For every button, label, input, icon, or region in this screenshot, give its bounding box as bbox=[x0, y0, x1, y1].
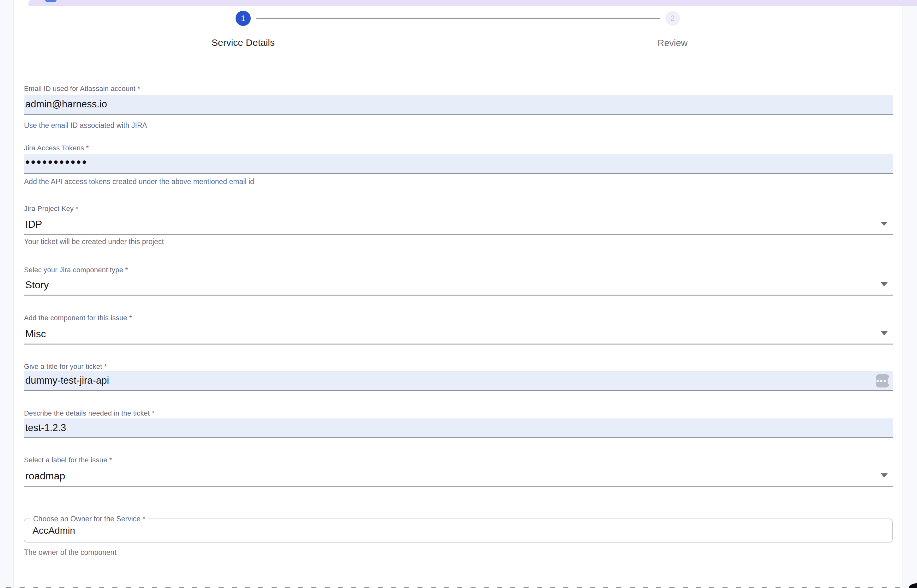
email-field-label: Email ID used for Atlassain account * bbox=[24, 85, 893, 93]
project-key-select[interactable]: IDP bbox=[24, 215, 893, 235]
logo-icon bbox=[45, 0, 57, 2]
email-input-value: admin@harness.io bbox=[25, 99, 107, 110]
service-owner-field-label: Choose an Owner for the Service * bbox=[31, 515, 148, 523]
ticket-details-value: test-1.2.3 bbox=[25, 422, 66, 434]
project-key-field-label: Jira Project Key * bbox=[24, 205, 893, 213]
step-1-indicator[interactable]: 1 bbox=[236, 11, 251, 26]
corner-widget-fragment bbox=[909, 583, 917, 588]
ticket-details-field-label: Describe the details needed in the ticke… bbox=[24, 409, 893, 417]
email-input[interactable]: admin@harness.io bbox=[24, 95, 893, 115]
ticket-title-value: dummy-test-jira-api bbox=[25, 375, 109, 386]
issue-component-value: Misc bbox=[25, 328, 46, 340]
service-owner-helper-text: The owner of the component bbox=[24, 548, 893, 557]
jira-tokens-field-label: Jira Access Tokens * bbox=[24, 144, 893, 152]
project-key-helper-text: Your ticket will be created under this p… bbox=[24, 237, 893, 246]
issue-label-select[interactable]: roadmap bbox=[24, 467, 893, 487]
service-owner-value: AccAdmin bbox=[32, 525, 75, 536]
jira-tokens-masked-value: ••••••••••• bbox=[25, 155, 88, 169]
ticket-details-input[interactable]: test-1.2.3 bbox=[24, 418, 893, 438]
text-cursor-badge-icon[interactable] bbox=[876, 374, 889, 388]
cutoff-content-edge bbox=[6, 587, 906, 588]
issue-component-select[interactable]: Misc bbox=[24, 324, 893, 344]
dropdown-arrow-icon bbox=[881, 282, 888, 286]
step-2-label: Review bbox=[578, 38, 767, 48]
stepper-connector bbox=[257, 18, 660, 19]
step-2-number: 2 bbox=[670, 14, 675, 23]
dropdown-arrow-icon bbox=[881, 473, 888, 478]
issue-component-field-label: Add the component for this issue * bbox=[24, 314, 893, 322]
dropdown-arrow-icon bbox=[881, 222, 888, 226]
dropdown-arrow-icon bbox=[881, 331, 888, 335]
component-type-select[interactable]: Story bbox=[24, 275, 893, 296]
component-type-value: Story bbox=[25, 279, 49, 291]
email-helper-text: Use the email ID associated with JIRA bbox=[24, 121, 893, 130]
collapsed-header-bar bbox=[28, 0, 917, 6]
service-owner-input[interactable]: Choose an Owner for the Service * AccAdm… bbox=[24, 519, 893, 543]
component-type-field-label: Selec your Jira component type * bbox=[24, 266, 893, 274]
jira-tokens-input[interactable]: ••••••••••• bbox=[24, 154, 893, 174]
step-1-label: Service Details bbox=[149, 37, 338, 48]
step-1-number: 1 bbox=[241, 14, 245, 23]
jira-tokens-helper-text: Add the API access tokens created under … bbox=[24, 178, 893, 186]
project-key-value: IDP bbox=[25, 218, 42, 230]
step-2-indicator[interactable]: 2 bbox=[665, 11, 680, 26]
issue-label-value: roadmap bbox=[25, 470, 65, 482]
issue-label-field-label: Select a label for the issue * bbox=[24, 456, 893, 464]
ticket-title-field-label: Give a title for your ticket * bbox=[24, 362, 893, 371]
ticket-title-input[interactable]: dummy-test-jira-api bbox=[24, 371, 893, 391]
